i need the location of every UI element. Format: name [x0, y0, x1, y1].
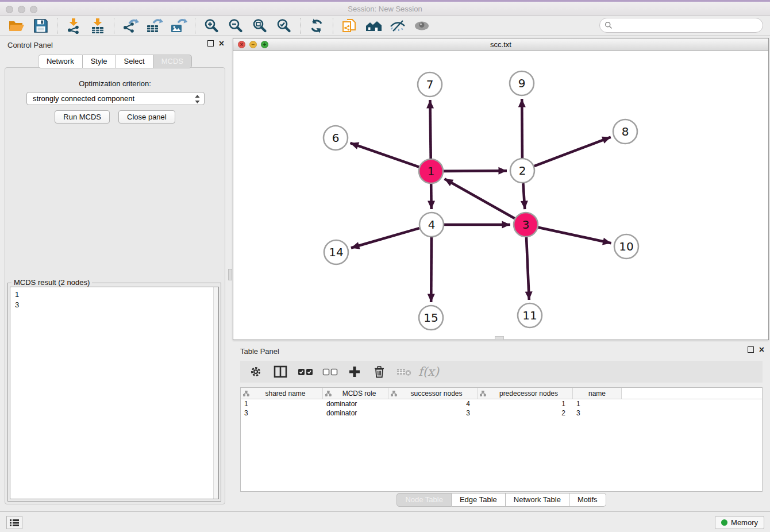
- network-window-titlebar[interactable]: × − + scc.txt: [233, 38, 768, 51]
- network-canvas[interactable]: 7968124314101511: [233, 51, 768, 340]
- sort-icon: [391, 391, 397, 396]
- tab-mcds[interactable]: MCDS: [153, 55, 192, 68]
- save-session-icon[interactable]: [32, 17, 49, 34]
- export-table-icon[interactable]: [146, 17, 163, 34]
- zoom-out-icon[interactable]: [227, 17, 244, 34]
- show-details-icon[interactable]: [413, 17, 430, 34]
- cell[interactable]: 3: [573, 408, 622, 418]
- graph-node-label: 15: [424, 311, 438, 325]
- graph-node-4[interactable]: 4: [419, 213, 444, 237]
- graph-edge-1-7[interactable]: [430, 100, 430, 159]
- graph-edge-4-14[interactable]: [351, 228, 419, 248]
- graph-node-label: 10: [619, 240, 633, 253]
- memory-button[interactable]: Memory: [715, 516, 764, 529]
- hide-details-icon[interactable]: [389, 17, 406, 34]
- mcds-result-box[interactable]: 1 3: [10, 287, 219, 499]
- graph-edge-1-2[interactable]: [444, 171, 507, 171]
- tab-network-table[interactable]: Network Table: [506, 493, 569, 507]
- sort-icon: [243, 391, 249, 396]
- tab-edge-table[interactable]: Edge Table: [452, 493, 506, 507]
- cell[interactable]: 2: [478, 408, 573, 418]
- close-panel-icon[interactable]: ×: [219, 40, 224, 47]
- close-table-panel-icon[interactable]: ×: [759, 346, 764, 353]
- graph-node-2[interactable]: 2: [510, 159, 534, 183]
- column-header-name[interactable]: name: [573, 388, 622, 399]
- graph-node-1[interactable]: 1: [419, 159, 443, 183]
- cell[interactable]: 1: [241, 399, 323, 408]
- graph-node-14[interactable]: 14: [324, 240, 348, 264]
- cell[interactable]: 1: [573, 399, 622, 408]
- table-tabs: Node TableEdge TableNetwork TableMotifs: [233, 493, 770, 507]
- column-header-mcds-role[interactable]: MCDS role: [323, 388, 388, 399]
- float-table-panel-icon[interactable]: [748, 346, 754, 353]
- window-resize-handle[interactable]: [495, 336, 504, 340]
- table-toolbar: f(x): [240, 361, 763, 383]
- graph-node-7[interactable]: 7: [418, 72, 442, 97]
- task-history-button[interactable]: [6, 516, 22, 529]
- zoom-in-icon[interactable]: [203, 17, 220, 34]
- graph-node-10[interactable]: 10: [614, 234, 638, 259]
- graph-edge-4-15[interactable]: [431, 237, 432, 302]
- import-table-icon[interactable]: [89, 17, 106, 34]
- export-network-icon[interactable]: [122, 17, 139, 34]
- column-header-successor-nodes[interactable]: successor nodes: [388, 388, 478, 399]
- delete-row-icon[interactable]: [369, 363, 389, 380]
- graph-edge-3-1[interactable]: [445, 179, 515, 218]
- deselect-all-icon[interactable]: [320, 363, 340, 380]
- graph-node-6[interactable]: 6: [324, 126, 348, 150]
- home-icon[interactable]: [365, 17, 382, 34]
- tab-style[interactable]: Style: [83, 55, 116, 68]
- column-header-shared-name[interactable]: shared name: [241, 388, 323, 399]
- cell[interactable]: 3: [388, 408, 478, 418]
- tab-network[interactable]: Network: [38, 55, 83, 68]
- graph-edge-2-9[interactable]: [522, 99, 522, 158]
- zoom-selected-icon[interactable]: [275, 17, 292, 34]
- split-view-icon[interactable]: [271, 363, 290, 380]
- graph-node-8[interactable]: 8: [613, 119, 637, 144]
- toolbar-separator: [114, 18, 114, 34]
- search-input[interactable]: [615, 20, 763, 31]
- column-header-predecessor-nodes[interactable]: predecessor nodes: [478, 388, 573, 399]
- graph-node-label: 1: [428, 164, 435, 178]
- network-file-icon[interactable]: [341, 17, 358, 34]
- dropdown-stepper-icon: [194, 94, 201, 106]
- zoom-fit-icon[interactable]: [251, 17, 268, 34]
- open-session-icon[interactable]: [8, 17, 25, 34]
- panel-splitter-handle[interactable]: [228, 269, 232, 280]
- tab-motifs[interactable]: Motifs: [569, 493, 606, 507]
- graph-edge-3-10[interactable]: [538, 228, 611, 244]
- graph-node-3[interactable]: 3: [514, 213, 538, 237]
- export-image-icon[interactable]: [170, 17, 187, 34]
- network-view-window: × − + scc.txt 7968124314101511: [233, 38, 769, 340]
- tab-node-table[interactable]: Node Table: [396, 493, 452, 507]
- float-panel-icon[interactable]: [207, 40, 214, 47]
- cell[interactable]: 1: [478, 399, 573, 408]
- function-builder-icon: f(x): [419, 363, 438, 380]
- run-mcds-button[interactable]: Run MCDS: [55, 110, 110, 124]
- cell[interactable]: 4: [388, 399, 478, 408]
- settings-icon[interactable]: [246, 363, 265, 380]
- toolbar-separator: [333, 18, 333, 34]
- cell[interactable]: dominator: [323, 408, 388, 418]
- close-panel-button[interactable]: Close panel: [118, 110, 175, 124]
- search-box[interactable]: [599, 18, 763, 33]
- cell[interactable]: dominator: [323, 399, 388, 408]
- cell[interactable]: 3: [241, 408, 323, 418]
- graph-edge-1-6[interactable]: [351, 143, 419, 167]
- graph-edge-2-8[interactable]: [534, 137, 611, 167]
- graph-node-11[interactable]: 11: [518, 303, 542, 327]
- import-network-icon[interactable]: [65, 17, 82, 34]
- add-row-icon[interactable]: [345, 363, 364, 380]
- graph-node-9[interactable]: 9: [510, 71, 534, 95]
- graph-edge-2-3[interactable]: [523, 183, 525, 209]
- refresh-icon[interactable]: [308, 17, 325, 34]
- sort-icon: [325, 391, 332, 396]
- graph-node-label: 9: [518, 76, 526, 90]
- tab-select[interactable]: Select: [116, 55, 153, 68]
- select-all-icon[interactable]: [295, 363, 315, 380]
- graph-edge-3-11[interactable]: [526, 237, 529, 300]
- result-scrollbar[interactable]: [213, 287, 218, 499]
- graph-node-15[interactable]: 15: [419, 306, 443, 330]
- graph-edge-1-4[interactable]: [431, 184, 432, 209]
- criterion-dropdown[interactable]: strongly connected component: [26, 92, 205, 105]
